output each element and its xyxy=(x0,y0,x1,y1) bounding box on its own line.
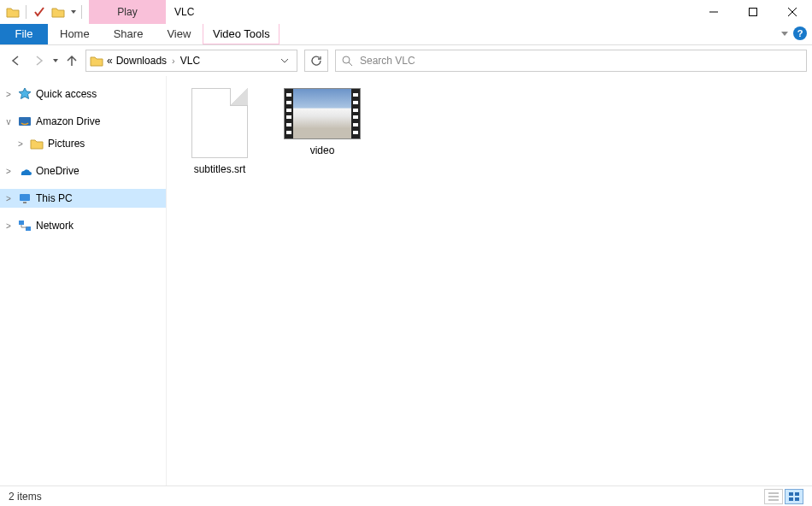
svg-rect-12 xyxy=(795,497,799,501)
status-text: 2 items xyxy=(9,491,42,503)
close-button[interactable] xyxy=(773,0,812,24)
history-dropdown-icon[interactable] xyxy=(53,59,58,62)
network-icon xyxy=(17,219,32,232)
svg-rect-6 xyxy=(23,202,26,203)
forward-button[interactable] xyxy=(29,50,50,71)
pc-icon xyxy=(17,191,32,205)
refresh-button[interactable] xyxy=(304,50,328,72)
address-box[interactable]: « Downloads › VLC xyxy=(85,50,297,72)
star-icon xyxy=(17,87,32,101)
minimize-button[interactable] xyxy=(694,0,733,24)
svg-line-3 xyxy=(349,62,352,66)
tree-label: OneDrive xyxy=(36,165,79,177)
properties-icon[interactable] xyxy=(32,4,47,20)
search-icon xyxy=(341,55,353,67)
document-icon xyxy=(191,88,248,158)
file-list[interactable]: subtitles.srt video xyxy=(167,76,812,485)
view-mode-buttons xyxy=(764,489,803,504)
search-box[interactable] xyxy=(335,50,807,72)
up-button[interactable] xyxy=(62,50,82,71)
back-button[interactable] xyxy=(5,50,26,71)
drive-icon xyxy=(17,115,32,128)
address-bar: « Downloads › VLC xyxy=(0,45,812,76)
tree-item-pictures[interactable]: > Pictures xyxy=(0,134,166,153)
tree-item-quick-access[interactable]: > Quick access xyxy=(0,85,166,103)
svg-rect-10 xyxy=(795,492,799,496)
window-controls xyxy=(694,0,812,24)
status-bar: 2 items xyxy=(0,485,812,506)
tree-item-amazon-drive[interactable]: v Amazon Drive xyxy=(0,112,166,131)
window-title: VLC xyxy=(166,0,694,24)
breadcrumb[interactable]: VLC xyxy=(180,55,200,67)
expander-icon[interactable]: > xyxy=(3,194,14,203)
tab-home[interactable]: Home xyxy=(48,24,102,44)
file-name: video xyxy=(310,144,335,156)
ribbon-tabs: File Home Share View Video Tools ? xyxy=(0,24,812,45)
tab-view[interactable]: View xyxy=(155,24,203,44)
file-item-subtitles[interactable]: subtitles.srt xyxy=(179,88,261,175)
help-icon[interactable]: ? xyxy=(793,26,807,40)
video-icon xyxy=(284,88,361,139)
tab-share[interactable]: Share xyxy=(102,24,156,44)
qat-dropdown-icon[interactable] xyxy=(71,10,76,14)
maximize-button[interactable] xyxy=(733,0,773,24)
ribbon-right: ? xyxy=(781,26,807,40)
folder-icon[interactable] xyxy=(5,4,21,20)
svg-rect-9 xyxy=(789,492,793,496)
breadcrumb-prefix: « xyxy=(107,55,113,67)
details-view-button[interactable] xyxy=(764,489,783,504)
tree-label: Amazon Drive xyxy=(36,115,100,127)
cloud-icon xyxy=(17,164,32,178)
expander-icon[interactable]: > xyxy=(15,139,26,149)
ribbon-collapse-icon[interactable] xyxy=(781,32,788,36)
icons-view-button[interactable] xyxy=(785,489,803,504)
tree-label: Quick access xyxy=(36,88,97,100)
expander-icon[interactable]: > xyxy=(3,167,14,176)
tree-label: Network xyxy=(36,220,74,232)
svg-rect-1 xyxy=(750,9,757,16)
file-item-video[interactable]: video xyxy=(281,88,363,156)
folder-icon xyxy=(90,55,103,67)
address-actions xyxy=(276,51,293,70)
expander-icon[interactable]: > xyxy=(3,90,14,99)
separator xyxy=(26,5,26,19)
main-area: > Quick access v Amazon Drive > Pictures… xyxy=(0,76,812,485)
tree-item-this-pc[interactable]: > This PC xyxy=(0,189,166,208)
file-name: subtitles.srt xyxy=(194,163,246,175)
tree-item-network[interactable]: > Network xyxy=(0,216,166,235)
navigation-tree: > Quick access v Amazon Drive > Pictures… xyxy=(0,76,167,485)
search-input[interactable] xyxy=(358,54,801,68)
svg-rect-11 xyxy=(789,497,793,501)
svg-point-2 xyxy=(343,56,350,63)
tree-item-onedrive[interactable]: > OneDrive xyxy=(0,162,166,180)
svg-rect-5 xyxy=(20,194,30,201)
chevron-right-icon[interactable]: › xyxy=(172,56,175,66)
title-bar: Play VLC xyxy=(0,0,812,24)
tree-label: This PC xyxy=(36,192,73,204)
expander-icon[interactable]: v xyxy=(3,117,14,126)
svg-rect-7 xyxy=(19,221,24,225)
expander-icon[interactable]: > xyxy=(3,221,14,231)
new-folder-icon[interactable] xyxy=(50,4,66,20)
tab-video-tools[interactable]: Video Tools xyxy=(203,24,279,44)
breadcrumb[interactable]: Downloads xyxy=(116,55,167,67)
file-tab[interactable]: File xyxy=(0,24,48,44)
separator xyxy=(81,5,82,19)
folder-icon xyxy=(29,137,44,150)
address-dropdown-icon[interactable] xyxy=(276,51,293,70)
contextual-label: Play xyxy=(89,0,166,24)
tree-label: Pictures xyxy=(48,138,85,150)
quick-access-toolbar xyxy=(0,0,89,24)
